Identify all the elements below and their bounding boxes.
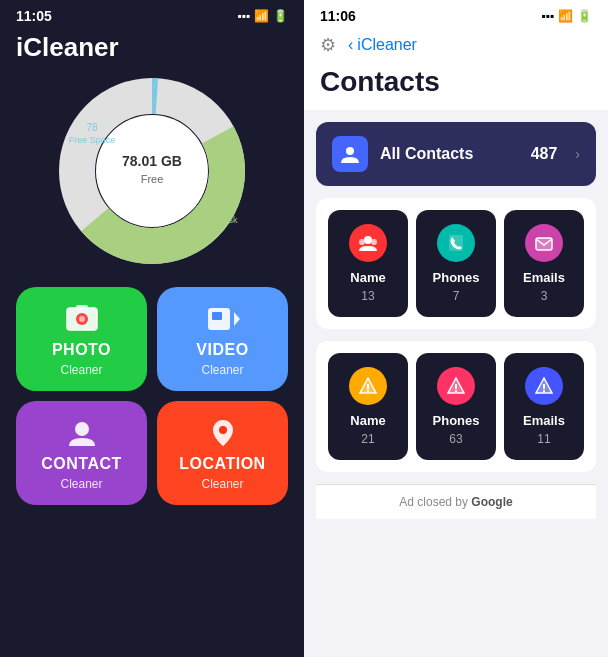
emails-normal-label: Emails [523,270,565,285]
contacts-title-bar: Contacts [304,66,608,110]
app-grid: PHOTO Cleaner VIDEO Cleaner [0,287,304,505]
photo-tile[interactable]: PHOTO Cleaner [16,287,147,391]
emails-warning-icon [525,367,563,405]
normal-contacts-section: Name 13 Phones 7 [316,198,596,329]
video-tile[interactable]: VIDEO Cleaner [157,287,288,391]
svg-point-18 [75,422,89,436]
svg-marker-16 [234,312,240,326]
app-title: iCleaner [0,32,119,63]
warning-category-grid: Name 21 Phones 63 [328,353,584,460]
svg-point-20 [346,147,354,155]
signal-icon: ▪▪▪ [237,9,250,23]
back-arrow-icon[interactable]: ‹ [348,36,353,54]
svg-text:78: 78 [86,122,98,133]
phones-warning-tile[interactable]: Phones 63 [416,353,496,460]
ad-bar: Ad closed by Google [316,484,596,519]
name-warning-tile[interactable]: Name 21 [328,353,408,460]
wifi-icon: 📶 [254,9,269,23]
photo-icon [64,301,100,337]
emails-normal-count: 3 [541,289,548,303]
svg-rect-31 [543,390,545,392]
phones-warning-label: Phones [433,413,480,428]
all-contacts-label: All Contacts [380,145,519,163]
all-contacts-icon [332,136,368,172]
contacts-content: All Contacts 487 › Name [304,110,608,657]
svg-rect-24 [536,238,552,250]
left-status-bar: 11:05 ▪▪▪ 📶 🔋 [0,0,304,28]
location-label: LOCATION [179,455,265,473]
emails-warning-count: 11 [537,432,550,446]
name-normal-label: Name [350,270,385,285]
svg-text:178: 178 [209,202,226,213]
location-icon [205,415,241,451]
phones-normal-icon [437,224,475,262]
right-battery-icon: 🔋 [577,9,592,23]
contact-sub: Cleaner [60,477,102,491]
ad-brand: Google [471,495,512,509]
right-status-icons: ▪▪▪ 📶 🔋 [541,9,592,23]
name-warning-count: 21 [361,432,374,446]
svg-text:Free: Free [141,173,164,185]
phones-warning-icon [437,367,475,405]
svg-point-19 [219,426,227,434]
svg-point-21 [364,236,372,244]
video-icon [205,301,241,337]
phones-normal-label: Phones [433,270,480,285]
right-wifi-icon: 📶 [558,9,573,23]
svg-rect-29 [455,390,457,392]
name-normal-count: 13 [361,289,374,303]
contact-icon [64,415,100,451]
svg-point-3 [96,115,208,227]
svg-text:78.01 GB: 78.01 GB [122,153,182,169]
right-signal-icon: ▪▪▪ [541,9,554,23]
contact-tile[interactable]: CONTACT Cleaner [16,401,147,505]
phones-warning-count: 63 [449,432,462,446]
battery-icon: 🔋 [273,9,288,23]
svg-point-22 [359,239,365,245]
phones-normal-tile[interactable]: Phones 7 [416,210,496,317]
location-tile[interactable]: LOCATION Cleaner [157,401,288,505]
video-label: VIDEO [196,341,248,359]
left-status-icons: ▪▪▪ 📶 🔋 [237,9,288,23]
ad-text: Ad closed by [399,495,468,509]
left-status-time: 11:05 [16,8,52,24]
all-contacts-chevron-icon: › [575,146,580,162]
right-panel: 11:06 ▪▪▪ 📶 🔋 ⚙ ‹ iCleaner Contacts All … [304,0,608,657]
svg-rect-28 [455,384,457,389]
storage-chart: 78.01 GB Free 78 Free Space 178 Used Dis… [52,71,252,271]
phones-normal-count: 7 [453,289,460,303]
right-status-time: 11:06 [320,8,356,24]
all-contacts-count: 487 [531,145,558,163]
svg-text:Used Disk: Used Disk [196,215,238,225]
svg-rect-17 [212,312,222,320]
svg-text:Free Space: Free Space [69,135,116,145]
svg-rect-26 [367,384,369,389]
contacts-title: Contacts [320,66,592,98]
gear-icon[interactable]: ⚙ [320,34,336,56]
emails-warning-label: Emails [523,413,565,428]
svg-point-23 [371,239,377,245]
svg-point-14 [79,316,85,322]
emails-normal-icon [525,224,563,262]
svg-rect-27 [367,390,369,392]
emails-normal-tile[interactable]: Emails 3 [504,210,584,317]
warning-contacts-section: Name 21 Phones 63 [316,341,596,472]
name-warning-icon [349,367,387,405]
contact-label: CONTACT [41,455,122,473]
svg-rect-13 [76,305,88,310]
back-label[interactable]: iCleaner [357,36,417,54]
video-sub: Cleaner [201,363,243,377]
right-status-bar: 11:06 ▪▪▪ 📶 🔋 [304,0,608,28]
donut-svg: 78.01 GB Free 78 Free Space 178 Used Dis… [52,71,252,271]
left-panel: 11:05 ▪▪▪ 📶 🔋 iCleaner 78.01 GB Free 78 … [0,0,304,657]
name-warning-label: Name [350,413,385,428]
normal-category-grid: Name 13 Phones 7 [328,210,584,317]
nav-bar: ⚙ ‹ iCleaner [304,28,608,66]
emails-warning-tile[interactable]: Emails 11 [504,353,584,460]
photo-sub: Cleaner [60,363,102,377]
name-normal-tile[interactable]: Name 13 [328,210,408,317]
all-contacts-row[interactable]: All Contacts 487 › [316,122,596,186]
location-sub: Cleaner [201,477,243,491]
name-normal-icon [349,224,387,262]
svg-rect-30 [543,384,545,389]
